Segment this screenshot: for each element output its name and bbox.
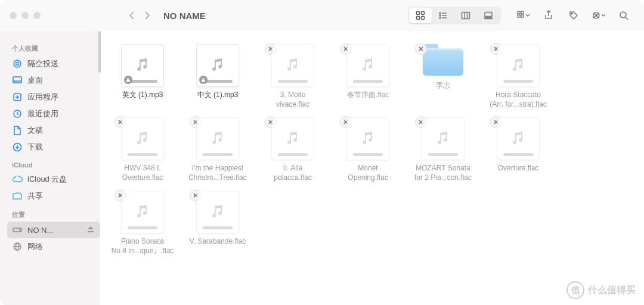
airdrop-icon <box>12 58 23 69</box>
audio-thumb <box>196 191 239 234</box>
file-item[interactable]: Monet Opening.flac <box>330 114 405 187</box>
search-button[interactable] <box>613 8 634 23</box>
audio-thumb <box>196 44 239 87</box>
file-item[interactable]: I'm the Happiest Christm...Tree.flac <box>180 114 255 187</box>
file-label: Piano Sonata No.8 in...ique』.flac <box>112 237 174 256</box>
svg-rect-42 <box>126 80 130 82</box>
svg-point-23 <box>596 15 597 17</box>
file-label: 春节序曲.flac <box>347 91 389 100</box>
music-note-icon <box>284 130 302 148</box>
file-label: 中文 (1).mp3 <box>197 91 239 100</box>
music-note-icon <box>134 203 151 221</box>
sidebar-item-shared[interactable]: 共享 <box>7 188 100 204</box>
svg-rect-16 <box>490 18 492 19</box>
file-item[interactable]: Hora Staccato (Arr. for...stra).flac <box>481 41 556 114</box>
action-button[interactable] <box>588 8 609 23</box>
file-label: Hora Staccato (Arr. for...stra).flac <box>490 91 546 109</box>
svg-rect-0 <box>417 12 420 15</box>
audio-thumb <box>271 117 314 160</box>
file-label: 3. Molto vivace.flac <box>276 91 309 109</box>
file-label: Overture.flac <box>498 164 539 173</box>
minimize-window[interactable] <box>21 12 29 19</box>
recents-icon <box>12 108 23 119</box>
sidebar-favorites-header: 个人收藏 <box>12 44 100 53</box>
file-item[interactable]: 春节序曲.flac <box>330 41 405 114</box>
cloud-icon <box>12 174 23 185</box>
zoom-window[interactable] <box>33 12 41 19</box>
view-list-button[interactable] <box>432 8 454 23</box>
sidebar-item-applications[interactable]: 应用程序 <box>7 89 100 105</box>
svg-point-24 <box>594 13 595 14</box>
sidebar: 个人收藏 隔空投送 桌面 应用程序 最近使用 文稿 下载 iCloud iClo… <box>0 31 100 305</box>
eject-icon[interactable] <box>87 226 95 235</box>
sidebar-item-recents[interactable]: 最近使用 <box>7 105 100 122</box>
window-controls <box>10 12 41 19</box>
svg-point-25 <box>598 13 599 14</box>
svg-rect-10 <box>462 13 470 19</box>
file-item[interactable]: 李志 <box>405 41 481 114</box>
view-columns-button[interactable] <box>454 8 477 23</box>
file-item[interactable]: Piano Sonata No.8 in...ique』.flac <box>105 187 180 260</box>
documents-icon <box>12 125 23 136</box>
music-note-icon <box>434 130 452 148</box>
audio-thumb <box>121 44 164 87</box>
svg-rect-32 <box>13 77 21 83</box>
file-label: 李志 <box>436 81 450 91</box>
sidebar-item-noname[interactable]: NO N... <box>7 222 100 238</box>
svg-point-8 <box>439 17 441 18</box>
file-label: HWV 348 I. Overture.flac <box>122 164 163 182</box>
forward-button[interactable] <box>140 8 155 23</box>
tags-button[interactable] <box>563 8 584 23</box>
svg-rect-2 <box>417 17 420 20</box>
file-label: 英文 (1).mp3 <box>122 91 163 100</box>
svg-rect-19 <box>521 11 524 14</box>
share-button[interactable] <box>538 8 559 23</box>
audio-thumb <box>121 191 164 234</box>
file-item[interactable]: 3. Molto vivace.flac <box>255 41 330 114</box>
file-item[interactable]: Overture.flac <box>481 114 556 187</box>
audio-thumb <box>346 44 389 87</box>
sidebar-item-desktop[interactable]: 桌面 <box>7 72 100 89</box>
downloads-icon <box>12 142 23 152</box>
sidebar-icloud-header: iCloud <box>12 161 100 169</box>
file-item[interactable]: HWV 348 I. Overture.flac <box>105 114 180 187</box>
back-button[interactable] <box>124 8 140 23</box>
svg-point-28 <box>620 12 626 18</box>
file-grid[interactable]: 英文 (1).mp3中文 (1).mp33. Molto vivace.flac… <box>100 31 644 305</box>
music-note-icon <box>359 57 377 74</box>
svg-point-38 <box>20 229 21 231</box>
svg-rect-17 <box>518 11 520 14</box>
music-note-icon <box>209 130 227 148</box>
view-mode-group <box>408 7 501 24</box>
file-item[interactable]: V. Sarabande.flac <box>180 187 255 260</box>
sidebar-item-documents[interactable]: 文稿 <box>7 122 100 139</box>
music-note-icon <box>509 57 527 74</box>
sidebar-item-network[interactable]: 网络 <box>7 238 100 255</box>
window-title: NO NAME <box>163 11 206 21</box>
svg-point-31 <box>16 63 19 66</box>
svg-rect-18 <box>518 15 520 17</box>
sidebar-item-downloads[interactable]: 下载 <box>7 139 100 155</box>
audio-thumb <box>497 44 540 87</box>
view-icons-button[interactable] <box>409 8 432 23</box>
svg-rect-20 <box>521 15 524 17</box>
music-note-icon <box>509 130 527 148</box>
music-note-icon <box>134 57 151 74</box>
desktop-icon <box>12 75 23 86</box>
file-item[interactable]: 英文 (1).mp3 <box>105 41 180 114</box>
file-label: MOZART Sonata for 2 Pia...con.flac <box>414 164 472 182</box>
sidebar-item-icloud-drive[interactable]: iCloud 云盘 <box>7 171 100 188</box>
view-gallery-button[interactable] <box>477 8 500 23</box>
file-item[interactable]: II. Alla polacca.flac <box>255 114 330 187</box>
audio-thumb <box>271 44 314 87</box>
cancel-download-button[interactable] <box>415 43 427 55</box>
audio-thumb <box>121 117 164 160</box>
lock-icon <box>124 76 132 84</box>
file-item[interactable]: MOZART Sonata for 2 Pia...con.flac <box>405 114 481 187</box>
file-item[interactable]: 中文 (1).mp3 <box>180 41 255 114</box>
audio-thumb <box>196 117 239 160</box>
sidebar-item-airdrop[interactable]: 隔空投送 <box>7 55 100 72</box>
applications-icon <box>12 92 23 102</box>
close-window[interactable] <box>10 12 17 19</box>
group-button[interactable] <box>513 8 534 23</box>
